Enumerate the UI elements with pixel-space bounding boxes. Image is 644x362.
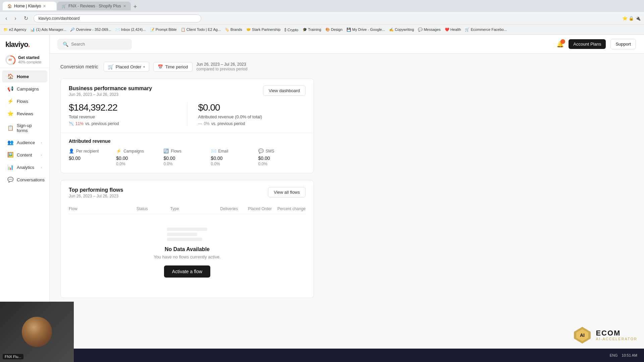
business-card-header: Business performance summary Jun 26, 202… [61,79,314,102]
attributed-email: ✉️ Email $0.00 0.0% [211,148,258,166]
get-started-section[interactable]: 40 Get started 40% complete [0,52,49,68]
sidebar-item-campaigns[interactable]: 📢 Campaigns [2,83,47,95]
flows-header: 🔄 Flows [163,148,211,154]
date-range-display: Jun 26, 2023 – Jul 26, 2023 compared to … [197,62,248,71]
tab-close-active[interactable]: ✕ [43,4,46,8]
no-data-subtitle: You have no flows currently active. [154,254,221,259]
flows-card-title: Top performing flows [69,187,123,193]
sidebar-item-flows[interactable]: ⚡ Flows [2,95,47,107]
bookmark-stark[interactable]: 🤝 Stark Partnership [246,27,280,32]
bookmark-drive[interactable]: 💾 My Drive - Google... [346,27,385,32]
no-data-bar-2 [167,233,197,236]
get-started-subtitle: 40% complete [18,60,42,64]
sidebar-item-analytics[interactable]: 📊 Analytics › [2,161,47,173]
attributed-per-recipient: 👤 Per recipient $0.00 [69,148,116,166]
svg-text:AI: AI [580,333,585,338]
flows-value: $0.00 [163,156,211,161]
bookmark-client[interactable]: 📋 Client Todo | E2 Ag... [181,27,221,32]
time-period-button[interactable]: 📅 Time period [153,62,192,72]
forward-button[interactable]: › [12,14,18,23]
sms-header: 💬 SMS [258,148,306,154]
attributed-campaigns: ⚡ Campaigns $0.00 0.0% [116,148,163,166]
bookmark-inbox[interactable]: ✉️ Inbox (2,424)... [115,27,146,32]
total-revenue-metric: $184,392.22 Total revenue 📉 11% vs. prev… [69,102,176,126]
reviews-icon: ⭐ [7,111,13,117]
conversations-icon: 💬 [7,177,13,183]
sidebar-item-reviews[interactable]: ⭐ Reviews [2,108,47,120]
bookmark-brands[interactable]: 🏷️ Brands [225,27,242,32]
activate-flow-button[interactable]: Activate a flow [164,265,210,278]
refresh-button[interactable]: ↻ [22,14,30,23]
nav-label-audience: Audience [17,140,35,145]
ecom-logo-overlay: AI ECOM AI-ACCELERATOR [572,325,637,345]
bookmark-overview[interactable]: 🔎 Overview - 352-069... [70,27,111,32]
dropdown-chevron: ▾ [143,65,145,69]
webcam-overlay: FNX Flu... [0,302,74,362]
conversion-bar: Conversion metric 🛒 Placed Order ▾ 📅 Tim… [60,62,314,72]
date-range-compare: compared to previous period [197,67,248,71]
content-inner: Conversion metric 🛒 Placed Order ▾ 📅 Tim… [50,54,325,313]
bookmark-health[interactable]: ❤️ Health [445,27,461,32]
conversion-metric-value: Placed Order [116,64,142,69]
no-data-bar-1 [167,228,207,231]
bookmark-prompt[interactable]: 📝 Prompt Bible [150,27,177,32]
sidebar-item-audience[interactable]: 👥 Audience › [2,136,47,148]
flows-title-block: Top performing flows Jun 26, 2023 – Jul … [69,187,123,198]
table-header: Flow Status Type Deliveries Placed Order… [69,204,306,214]
revenue-change-label: vs. previous period [85,121,119,126]
th-status: Status [137,206,170,211]
bookmark-design[interactable]: 🎨 Design [325,27,342,32]
back-button[interactable]: ‹ [3,14,9,23]
total-revenue-label: Total revenue [69,114,176,119]
bookmark-training[interactable]: 🎓 Training [303,27,321,32]
campaigns-header: ⚡ Campaigns [116,148,163,154]
nav-label-campaigns: Campaigns [17,86,39,92]
conversion-label: Conversion metric [60,64,98,69]
get-started-text: Get started 40% complete [18,55,42,64]
support-button[interactable]: Support [610,39,636,49]
progress-circle: 40 [5,55,15,64]
view-dashboard-button[interactable]: View dashboard [263,85,306,96]
search-input[interactable] [71,42,126,47]
search-box[interactable]: 🔍 [58,39,131,49]
forms-icon: 📋 [7,125,13,131]
tab-close-inactive[interactable]: ✕ [123,4,126,8]
attributed-revenue-value: $0.00 [198,102,306,113]
bookmark-ecom[interactable]: 🛒 Ecommerce Facebo... [465,27,507,32]
main-content: Conversion metric 🛒 Placed Order ▾ 📅 Tim… [50,54,644,362]
nav-label-content: Content [17,153,32,158]
header-right: 🔔 Account Plans Support [556,39,636,49]
active-tab[interactable]: 🏠 Home | Klaviyo ✕ [3,2,56,10]
logo: klaviyo. [0,35,49,52]
conversion-metric-dropdown[interactable]: 🛒 Placed Order ▾ [104,62,150,72]
no-data-bar-3 [167,238,202,241]
app-layout: klaviyo. 40 Get started 40% complete 🏠 H… [0,35,644,362]
notification-button[interactable]: 🔔 [556,41,564,48]
nav-label-flows: Flows [17,99,28,104]
browser-bar: 🏠 Home | Klaviyo ✕ 🛒 FNX - Reviews · Sho… [0,0,644,12]
sidebar-item-signup-forms[interactable]: 📋 Sign-up forms [2,120,47,136]
attributed-revenue-metric: $0.00 Attributed revenue (0.0% of total)… [198,102,306,126]
bookmark-e2agency[interactable]: 📁 e2 Agency [3,27,26,32]
no-data-illustration [167,228,207,241]
bookmark-crypto[interactable]: ₿ Crypto [284,28,298,32]
business-card-title: Business performance summary [69,85,152,92]
taskbar: ENG 10:51 AM [0,349,644,362]
inactive-tab[interactable]: 🛒 FNX - Reviews · Shopify Plus ✕ [57,2,131,10]
bookmark-messages[interactable]: 💬 Messages [418,27,440,32]
app-header: 🔍 🔔 Account Plans Support [50,35,644,54]
sidebar-item-content[interactable]: 🖼️ Content › [2,149,47,161]
attributed-section: Attributed revenue 👤 Per recipient $0.00 [61,133,314,173]
bookmark-ads[interactable]: 📊 (1) Ads Manager... [30,27,66,32]
sidebar-item-home[interactable]: 🏠 Home [2,70,47,82]
date-range-main: Jun 26, 2023 – Jul 26, 2023 [197,62,248,67]
bookmark-copywriting[interactable]: ✍️ Copywriting [389,27,414,32]
address-input[interactable] [34,14,201,22]
new-tab-button[interactable]: + [131,3,139,10]
account-plans-button[interactable]: Account Plans [569,39,606,49]
business-card-date: Jun 26, 2023 – Jul 26, 2023 [69,92,152,97]
sidebar-item-conversations[interactable]: 💬 Conversations [2,174,47,186]
th-placed-order: Placed Order [238,206,272,211]
view-all-flows-button[interactable]: View all flows [268,187,306,197]
email-value: $0.00 [211,156,258,161]
